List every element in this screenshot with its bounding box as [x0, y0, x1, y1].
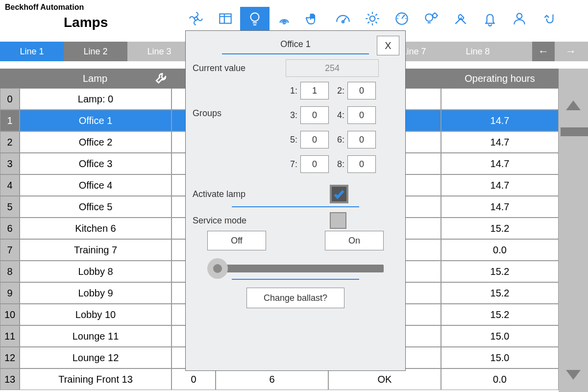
lamp-name-cell: Training Front 13	[20, 368, 172, 390]
hours-cell: 14.7	[441, 153, 559, 174]
lamp-dialog: Office 1 X Current value 254 Groups 1:1 …	[185, 30, 406, 371]
hours-cell: 15.0	[441, 347, 559, 368]
group-7-field[interactable]: 0	[300, 155, 329, 173]
row-index: 2	[0, 131, 20, 153]
svg-point-8	[433, 13, 437, 18]
svg-rect-1	[220, 14, 231, 23]
table-row[interactable]: 13Training Front 1306OK0.0	[0, 368, 588, 390]
row-index: 8	[0, 261, 20, 282]
lamp-name-cell: Lobby 10	[20, 304, 172, 325]
status-cell: OK	[328, 368, 441, 390]
signal-icon[interactable]	[270, 7, 299, 30]
col-hours: Operating hours	[441, 69, 559, 88]
off-button[interactable]: Off	[207, 231, 266, 250]
row-index: 1	[0, 110, 20, 131]
lamp-name-cell: Office 4	[20, 174, 172, 196]
lamp-name-cell: Office 3	[20, 153, 172, 174]
group-6-field[interactable]: 0	[347, 131, 376, 148]
row-index: 9	[0, 282, 20, 304]
lamp-name-cell: Kitchen 6	[20, 218, 172, 239]
dialog-title: Office 1	[280, 39, 311, 49]
group-5-field[interactable]: 0	[300, 131, 329, 148]
group-1-field[interactable]: 1	[300, 82, 329, 99]
scroll-thumb[interactable]	[561, 127, 588, 136]
hours-cell: 15.0	[441, 325, 559, 347]
brightness-slider[interactable]	[207, 262, 384, 275]
current-value-label: Current value	[193, 63, 256, 74]
row-index: 13	[0, 368, 20, 390]
svg-point-9	[517, 13, 522, 19]
tab-line-1[interactable]: Line 1	[0, 42, 64, 61]
groups-label: Groups	[193, 82, 256, 180]
lamp-name-cell: Lobby 9	[20, 282, 172, 304]
lamp-name-cell: Training 7	[20, 239, 172, 261]
group-8-field[interactable]: 0	[347, 155, 376, 173]
change-ballast-button[interactable]: Change ballast?	[246, 288, 344, 308]
hours-cell: 15.2	[441, 282, 559, 304]
svg-point-7	[425, 14, 433, 21]
lamp-name-cell: Office 2	[20, 131, 172, 153]
tab-line-3[interactable]: Line 3	[127, 42, 191, 61]
tabs-next-button[interactable]: →	[560, 42, 582, 61]
user-icon[interactable]	[505, 7, 534, 30]
lamp-name-cell: Lounge 12	[20, 347, 172, 368]
wrench-icon[interactable]	[155, 72, 168, 84]
hand-icon[interactable]	[299, 7, 328, 30]
hours-cell: 14.7	[441, 131, 559, 153]
gauge-icon[interactable]	[328, 7, 358, 30]
row-index: 10	[0, 304, 20, 325]
row-index: 3	[0, 153, 20, 174]
row-index: 11	[0, 325, 20, 347]
back-icon[interactable]	[534, 7, 564, 30]
activate-lamp-label: Activate lamp	[193, 189, 256, 199]
group-2-field[interactable]: 0	[347, 82, 376, 99]
sun-icon[interactable]	[358, 7, 387, 30]
col-b-cell: 6	[216, 368, 328, 390]
window-icon[interactable]	[211, 7, 240, 30]
row-index: 12	[0, 347, 20, 368]
hours-cell: 15.2	[441, 304, 559, 325]
on-button[interactable]: On	[325, 231, 384, 250]
tabs-prev-button[interactable]: ←	[532, 42, 555, 61]
slider-thumb[interactable]	[207, 258, 228, 279]
svg-point-0	[195, 17, 197, 20]
fan-icon[interactable]	[181, 7, 211, 30]
lamp-name-cell: Lobby 8	[20, 261, 172, 282]
group-4-field[interactable]: 0	[347, 106, 376, 124]
row-index: 6	[0, 218, 20, 239]
scrollbar[interactable]	[559, 69, 588, 392]
hours-cell	[441, 88, 559, 110]
tab-line-2[interactable]: Line 2	[64, 42, 127, 61]
scroll-down-icon[interactable]	[559, 358, 588, 392]
row-index: 4	[0, 174, 20, 196]
svg-point-2	[251, 13, 259, 21]
hours-cell: 0.0	[441, 368, 559, 390]
service-mode-checkbox[interactable]	[330, 212, 346, 229]
scroll-up-icon[interactable]	[559, 88, 588, 122]
svg-point-3	[283, 22, 285, 24]
meter-icon[interactable]	[387, 7, 416, 30]
bell-icon[interactable]	[475, 7, 505, 30]
bulb-gear-icon[interactable]	[416, 7, 446, 30]
group-3-field[interactable]: 0	[300, 106, 329, 124]
close-button[interactable]: X	[377, 36, 399, 55]
hours-cell: 14.7	[441, 174, 559, 196]
lamp-name-cell: Office 1	[20, 110, 172, 131]
col-lamp: Lamp	[20, 69, 172, 88]
hours-cell: 14.7	[441, 196, 559, 218]
brand-label: Beckhoff Automation	[5, 3, 84, 12]
hours-cell: 0.0	[441, 239, 559, 261]
lamp-name-cell: Lounge 11	[20, 325, 172, 347]
row-index: 5	[0, 196, 20, 218]
page-title: Lamps	[64, 15, 108, 30]
current-value-field[interactable]: 254	[286, 59, 379, 77]
row-index: 0	[0, 88, 20, 110]
tools-icon[interactable]	[446, 7, 475, 30]
col-a-cell: 0	[172, 368, 216, 390]
lamp-icon[interactable]	[240, 7, 270, 30]
hours-cell: 15.2	[441, 218, 559, 239]
hours-cell: 15.2	[441, 261, 559, 282]
row-index: 7	[0, 239, 20, 261]
tab-line-8[interactable]: Line 8	[446, 42, 510, 61]
activate-lamp-checkbox[interactable]	[330, 185, 348, 203]
